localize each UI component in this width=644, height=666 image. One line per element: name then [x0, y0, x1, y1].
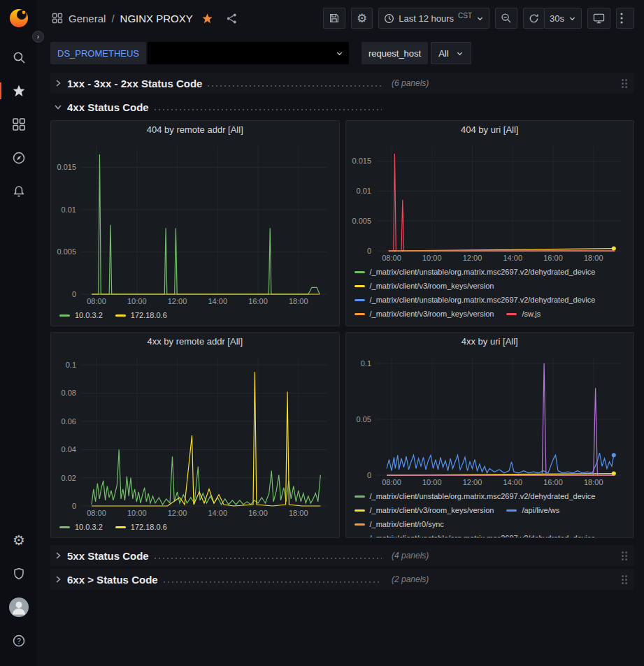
row-drag-handle[interactable]: [619, 76, 630, 91]
svg-text:08:00: 08:00: [382, 254, 401, 262]
chevron-down-icon: [53, 102, 63, 112]
row-header-1xx-3xx-2xx[interactable]: 1xx - 3xx - 2xx Status Code (6 panels): [50, 73, 634, 94]
help-icon: ?: [12, 634, 26, 648]
request-host-variable-value: All: [438, 48, 448, 59]
legend-swatch: [59, 314, 70, 317]
sidebar-item-server-admin[interactable]: [5, 560, 33, 588]
dotted-leader: [155, 558, 382, 559]
svg-text:18:00: 18:00: [583, 254, 603, 262]
svg-text:10:00: 10:00: [127, 297, 147, 305]
svg-text:0: 0: [366, 247, 371, 255]
zoom-out-time-button[interactable]: [495, 8, 517, 29]
row-header-4xx[interactable]: 4xx Status Code: [50, 96, 634, 117]
panel-title[interactable]: 4xx by uri [All]: [346, 333, 634, 351]
legend-item[interactable]: /_matrix/client/v3/room_keys/version: [355, 310, 494, 318]
sidebar-item-dashboards[interactable]: [5, 110, 33, 138]
datasource-variable-label[interactable]: DS_PROMETHEUS: [50, 42, 146, 64]
legend-item[interactable]: 10.0.3.2: [59, 311, 103, 319]
legend-label: 172.18.0.6: [131, 311, 167, 319]
legend-item[interactable]: /_matrix/client/v3/room_keys/version: [355, 506, 494, 514]
sidebar-item-starred[interactable]: [5, 77, 33, 105]
refresh-interval-picker[interactable]: 30s: [544, 8, 582, 29]
dashboard-grid-icon: [52, 13, 63, 24]
row-drag-handle[interactable]: [619, 572, 630, 587]
legend-label: 172.18.0.6: [131, 523, 167, 531]
svg-text:16:00: 16:00: [248, 509, 268, 517]
svg-text:12:00: 12:00: [462, 478, 482, 486]
row-title: 1xx - 3xx - 2xx Status Code: [67, 78, 202, 89]
legend-item[interactable]: /_matrix/client/r0/sync: [355, 520, 444, 528]
legend-row: 10.0.3.2172.18.0.6: [59, 520, 334, 534]
time-range-picker[interactable]: Last 12 hours CST: [378, 8, 489, 29]
sidebar-item-help[interactable]: ?: [5, 627, 33, 655]
sidebar-item-alerting[interactable]: [5, 178, 33, 205]
legend-row: /_matrix/client/v3/room_keys/version: [355, 279, 629, 293]
legend-item[interactable]: /api/live/ws: [506, 506, 559, 514]
save-dashboard-button[interactable]: [323, 8, 345, 29]
row-header-6xx[interactable]: 6xx > Status Code (2 panels): [50, 569, 634, 590]
time-range-label: Last 12 hours: [399, 13, 454, 24]
legend-item[interactable]: /_matrix/client/unstable/org.matrix.msc2…: [355, 268, 596, 276]
panel-4xx-by-remote-addr: 4xx by remote addr [All] 00.020.040.060.…: [50, 332, 340, 538]
legend-item[interactable]: /sw.js: [506, 310, 541, 318]
legend-item[interactable]: 172.18.0.6: [115, 311, 167, 319]
legend-row: /_matrix/client/unstable/org.matrix.msc2…: [355, 531, 629, 537]
svg-text:08:00: 08:00: [87, 509, 106, 517]
svg-text:10:00: 10:00: [127, 509, 147, 517]
favorite-star-icon[interactable]: [201, 13, 213, 24]
breadcrumb-section[interactable]: General: [69, 13, 106, 24]
legend-label: /_matrix/client/v3/room_keys/version: [370, 506, 494, 514]
svg-text:0.015: 0.015: [57, 163, 76, 171]
row-header-5xx[interactable]: 5xx Status Code (4 panels): [50, 545, 634, 566]
legend-label: /_matrix/client/v3/room_keys/version: [370, 282, 494, 290]
refresh-group: 30s: [523, 8, 582, 29]
time-series-chart[interactable]: 00.020.040.060.080.108:0010:0012:0014:00…: [51, 351, 339, 519]
request-host-variable-label[interactable]: request_host: [362, 42, 428, 64]
dotted-leader: [155, 109, 382, 110]
chevron-right-icon: [53, 574, 63, 584]
legend-swatch: [506, 313, 517, 315]
legend-label: /_matrix/client/v3/room_keys/version: [370, 310, 494, 318]
panel-title[interactable]: 404 by remote addr [All]: [51, 121, 339, 139]
panel-title[interactable]: 404 by uri [All]: [346, 121, 634, 139]
legend-item[interactable]: /_matrix/client/unstable/org.matrix.msc2…: [355, 296, 596, 304]
sidebar-expand-button[interactable]: ›: [32, 31, 44, 43]
panel-title[interactable]: 4xx by remote addr [All]: [51, 333, 339, 351]
legend-label: /_matrix/client/unstable/org.matrix.msc2…: [370, 268, 596, 276]
more-options-button[interactable]: [616, 8, 634, 29]
legend-item[interactable]: /_matrix/client/v3/room_keys/version: [355, 282, 494, 290]
svg-text:10:00: 10:00: [422, 254, 441, 262]
legend-item[interactable]: /_matrix/client/unstable/org.matrix.msc2…: [355, 492, 596, 500]
request-host-variable-select[interactable]: All: [431, 42, 471, 64]
svg-text:14:00: 14:00: [208, 297, 227, 305]
panel-4xx-by-uri: 4xx by uri [All] 00.050.108:0010:0012:00…: [345, 332, 635, 538]
svg-text:12:00: 12:00: [462, 254, 482, 262]
time-series-chart[interactable]: 00.050.108:0010:0012:0014:0016:0018:00: [346, 351, 634, 488]
tv-mode-button[interactable]: [587, 8, 610, 29]
sidebar-item-configuration[interactable]: ⚙: [5, 526, 33, 554]
svg-text:12:00: 12:00: [168, 297, 187, 305]
time-series-chart[interactable]: 00.0050.010.01508:0010:0012:0014:0016:00…: [51, 139, 339, 307]
time-series-chart[interactable]: 00.0050.010.01508:0010:0012:0014:0016:00…: [346, 139, 634, 263]
navbar-actions: ⚙ Last 12 hours CST: [323, 8, 634, 29]
sidebar-bottom-group: ⚙ ?: [5, 523, 33, 658]
legend-item[interactable]: 172.18.0.6: [115, 523, 167, 531]
datasource-variable-select[interactable]: [148, 42, 349, 64]
svg-text:14:00: 14:00: [208, 509, 227, 517]
dashboard-settings-button[interactable]: ⚙: [351, 8, 373, 29]
variables-submenu: DS_PROMETHEUS request_host All: [50, 42, 634, 64]
legend-item[interactable]: /_matrix/client/unstable/org.matrix.msc2…: [355, 534, 596, 537]
share-icon[interactable]: [226, 13, 238, 24]
sidebar-item-profile[interactable]: [5, 593, 33, 621]
sidebar-item-explore[interactable]: [5, 144, 33, 172]
legend-item[interactable]: 10.0.3.2: [59, 523, 103, 531]
refresh-button[interactable]: [523, 8, 545, 29]
grafana-logo[interactable]: [8, 7, 30, 29]
row-drag-handle[interactable]: [619, 549, 630, 563]
legend-swatch: [115, 314, 126, 317]
svg-text:0: 0: [72, 502, 76, 510]
sidebar-item-search[interactable]: [5, 43, 33, 71]
monitor-icon: [593, 13, 605, 24]
chevron-down-icon: [456, 50, 464, 57]
dashboard-content: DS_PROMETHEUS request_host All: [38, 36, 644, 666]
